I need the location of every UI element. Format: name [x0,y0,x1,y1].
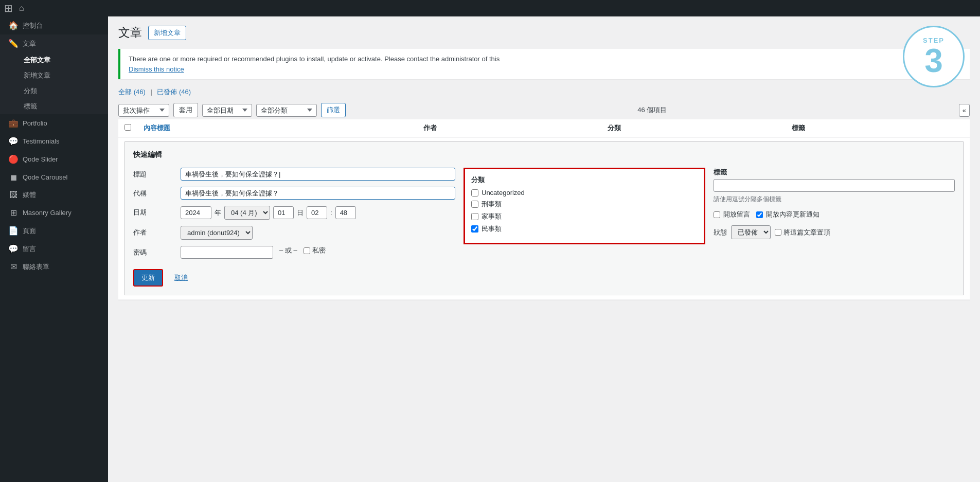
sticky-label-text: 將這篇文章置頂 [783,228,830,237]
qe-day-input[interactable] [273,206,294,219]
step-indicator: STEP 3 [903,26,965,87]
sticky-label: 將這篇文章置頂 [775,228,830,237]
status-row: 狀態 已發佈 草稿 待審 將這篇文章置頂 [714,225,955,239]
date-filter-select[interactable]: 全部日期 2024年4月 [202,104,252,117]
sidebar-item-qode-carousel[interactable]: ◼ Qode Carousel [0,168,108,186]
category-filter-select[interactable]: 全部分類 Uncategorized 刑事類 家事類 民事類 [256,104,317,117]
qe-day-label: 日 [297,208,304,218]
qe-minute-input[interactable] [335,206,356,219]
sidebar-label-testimonials: Testimonials [23,137,60,145]
qe-password-row: 密碼 – 或 – 私密 [133,246,455,259]
category-checkbox-family[interactable] [471,213,478,220]
category-col-header: 分類 [601,119,786,137]
sticky-checkbox[interactable] [775,229,781,236]
sidebar-item-media[interactable]: 🖼 媒體 [0,186,108,204]
quick-edit-panel: 快速編輯 標題 代稱 [124,141,964,295]
tags-input[interactable] [714,179,955,192]
qe-title-input[interactable] [181,168,455,181]
qe-slug-input[interactable] [181,187,455,200]
tags-col-header: 標籤 [786,119,970,137]
dashboard-icon: 🏠 [8,21,19,30]
page-title: 文章 [118,25,142,41]
sidebar-item-contact[interactable]: ✉ 聯絡表單 [0,258,108,276]
category-checkbox-criminal[interactable] [471,201,478,208]
category-checkbox-uncategorized[interactable] [471,189,478,197]
tags-label: 標籤 [714,168,955,177]
cancel-button[interactable]: 取消 [167,270,195,285]
filter-button[interactable]: 篩選 [321,103,346,117]
sidebar-label-pages: 頁面 [23,226,36,236]
filter-published-link[interactable]: 已發佈 (46) [157,88,191,96]
category-box-title: 分類 [471,175,698,185]
sidebar-label-contact: 聯絡表單 [23,262,49,272]
category-item-civil: 民事類 [471,224,698,234]
prev-page-button[interactable]: « [959,104,970,117]
filter-separator: | [150,88,152,96]
sidebar-label-qode-carousel: Qode Carousel [23,173,67,181]
step-number: 3 [924,44,943,77]
quick-edit-right-col: 標籤 請使用逗號分隔多個標籤 開放留言 [714,168,955,265]
sidebar-item-comments[interactable]: 💬 留言 [0,240,108,258]
quick-edit-row: 快速編輯 標題 代稱 [118,137,970,300]
author-col-header: 作者 [417,119,601,137]
sidebar-item-dashboard[interactable]: 🏠 控制台 [0,16,108,34]
category-item-criminal: 刑事類 [471,200,698,209]
sidebar-item-testimonials[interactable]: 💬 Testimonials [0,132,108,150]
qe-author-select[interactable]: admin (donut924) [181,226,253,240]
category-label-family: 家事類 [482,212,502,221]
qe-password-or: – 或 – [279,246,297,255]
status-label: 狀態 [714,228,727,237]
category-checkbox-civil[interactable] [471,225,478,233]
qe-slug-row: 代稱 [133,187,455,200]
home-icon[interactable]: ⌂ [19,4,24,13]
qe-time-sep: : [330,209,332,217]
sidebar-submenu-posts: 全部文章 新增文章 分類 標籤 [0,52,108,114]
sidebar-item-pages[interactable]: 📄 頁面 [0,222,108,240]
masonry-icon: ⊞ [8,208,19,218]
sidebar: 🏠 控制台 ✏️ 文章 全部文章 新增文章 分類 標籤 💼 Portfolio … [0,0,108,482]
checkboxes-row: 開放留言 開放內容更新通知 [714,210,955,219]
update-button[interactable]: 更新 [133,269,163,287]
testimonials-icon: 💬 [8,136,19,146]
qe-author-row: 作者 admin (donut924) [133,226,455,240]
title-col-header[interactable]: 內容標題 [137,119,417,137]
tags-hint: 請使用逗號分隔多個標籤 [714,195,955,204]
sidebar-submenu-tags[interactable]: 標籤 [0,99,108,114]
quick-edit-columns: 標題 代稱 日期 [133,168,955,265]
comments-checkbox[interactable] [714,211,720,218]
toolbar: 批次操作 編輯 移至回收桶 套用 全部日期 2024年4月 全部分類 Uncat… [118,103,970,117]
sidebar-submenu-categories[interactable]: 分類 [0,83,108,99]
sidebar-submenu-all-posts[interactable]: 全部文章 [0,52,108,68]
contact-icon: ✉ [8,262,19,272]
admin-bar: ⊞ ⌂ [0,0,980,16]
sidebar-item-masonry[interactable]: ⊞ Masonry Gallery [0,204,108,222]
posts-icon: ✏️ [8,39,19,48]
select-all-checkbox[interactable] [124,124,131,131]
qe-author-label: 作者 [133,226,174,237]
comments-label-text: 開放留言 [723,210,750,219]
filter-all-link[interactable]: 全部 (46) [118,88,147,96]
qe-title-label: 標題 [133,168,174,179]
filter-published-label: 已發佈 [157,88,177,96]
sidebar-item-qode-slider[interactable]: 🔴 Qode Slider [0,150,108,168]
sidebar-submenu-new-post[interactable]: 新增文章 [0,68,108,83]
category-label-uncategorized: Uncategorized [482,189,525,197]
sidebar-item-portfolio[interactable]: 💼 Portfolio [0,114,108,132]
qe-private-checkbox[interactable] [304,247,310,254]
status-select[interactable]: 已發佈 草稿 待審 [731,225,771,239]
qe-password-label: 密碼 [133,246,174,257]
qe-year-label: 年 [215,208,221,218]
qe-password-input[interactable] [181,246,273,259]
category-item-uncategorized: Uncategorized [471,189,698,197]
bulk-action-select[interactable]: 批次操作 編輯 移至回收桶 [118,104,169,117]
wp-icon[interactable]: ⊞ [4,2,13,14]
sidebar-item-posts[interactable]: ✏️ 文章 [0,34,108,52]
notify-checkbox[interactable] [756,211,763,218]
apply-button[interactable]: 套用 [173,103,198,117]
qe-hour-input[interactable] [307,206,327,219]
qe-month-select[interactable]: 04 (4 月) [224,206,270,220]
dismiss-notice-link[interactable]: Dismiss this notice [129,65,184,73]
qe-year-input[interactable] [181,206,211,219]
pages-icon: 📄 [8,226,19,236]
add-new-button[interactable]: 新增文章 [148,26,186,40]
